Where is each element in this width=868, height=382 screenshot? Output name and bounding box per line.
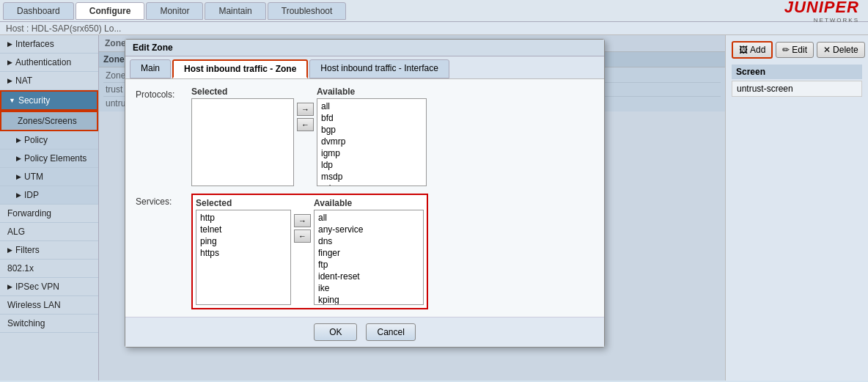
protocols-available-header: Available bbox=[317, 87, 427, 97]
sidebar-item-ipsec-vpn[interactable]: ▶ IPSec VPN bbox=[0, 278, 98, 296]
protocols-arrows: → ← bbox=[297, 87, 314, 131]
edit-icon: ✏ bbox=[782, 45, 790, 55]
sidebar-item-interfaces[interactable]: ▶ Interfaces bbox=[0, 35, 98, 54]
services-arrows: → ← bbox=[294, 198, 311, 243]
sidebar-item-zones-screens[interactable]: Zones/Screens bbox=[0, 111, 98, 131]
protocols-selected-header: Selected bbox=[191, 87, 294, 97]
services-transfer: Selected http telnet ping https bbox=[191, 194, 428, 309]
right-panel-toolbar: 🖼 Add ✏ Edit ✕ Delete bbox=[732, 41, 862, 59]
dialog-backdrop: Edit Zone Main Host inbound traffic - Zo… bbox=[99, 35, 725, 381]
sidebar-item-802-1x[interactable]: 802.1x bbox=[0, 260, 98, 278]
nav-tab-monitor[interactable]: Monitor bbox=[146, 2, 203, 20]
services-selected-container: Selected http telnet ping https bbox=[196, 198, 291, 305]
dialog-tabs: Main Host inbound traffic - Zone Host in… bbox=[125, 56, 604, 79]
edit-button[interactable]: ✏ Edit bbox=[776, 42, 814, 58]
protocols-arrow-left[interactable]: ← bbox=[297, 118, 314, 131]
cancel-button[interactable]: Cancel bbox=[366, 323, 415, 341]
dialog-footer: OK Cancel bbox=[125, 317, 604, 347]
list-item[interactable]: ftp bbox=[316, 259, 422, 271]
list-item[interactable]: all bbox=[319, 100, 424, 112]
protocols-selected-list[interactable] bbox=[191, 98, 294, 186]
protocols-selected-container: Selected bbox=[191, 87, 294, 186]
nav-tab-configure[interactable]: Configure bbox=[76, 2, 145, 20]
services-selected-header: Selected bbox=[196, 198, 291, 208]
protocols-arrow-right[interactable]: → bbox=[297, 103, 314, 116]
nav-tab-maintain[interactable]: Maintain bbox=[205, 2, 265, 20]
protocols-section: Protocols: Selected bbox=[136, 87, 594, 186]
screen-header: Screen bbox=[732, 65, 862, 79]
sidebar-item-idp[interactable]: ▶ IDP bbox=[0, 186, 98, 205]
list-item[interactable]: ndp bbox=[319, 183, 424, 186]
sidebar-item-policy[interactable]: ▶ Policy bbox=[0, 131, 98, 150]
list-item[interactable]: ident-reset bbox=[316, 271, 422, 282]
breadcrumb: Host : HDL-SAP(srx650) Lo... bbox=[0, 22, 868, 35]
list-item[interactable]: any-service bbox=[316, 224, 422, 235]
list-item[interactable]: msdp bbox=[319, 171, 424, 183]
services-label: Services: bbox=[136, 194, 187, 207]
ok-button[interactable]: OK bbox=[314, 323, 357, 341]
services-selected-list[interactable]: http telnet ping https bbox=[196, 210, 291, 305]
list-item[interactable]: bfd bbox=[319, 112, 424, 124]
list-item[interactable]: all bbox=[316, 212, 422, 224]
sidebar-item-utm[interactable]: ▶ UTM bbox=[0, 168, 98, 186]
delete-button[interactable]: ✕ Delete bbox=[817, 42, 865, 58]
nav-tab-dashboard[interactable]: Dashboard bbox=[3, 2, 74, 20]
dialog-tab-main[interactable]: Main bbox=[130, 59, 171, 78]
screen-value: untrust-screen bbox=[732, 81, 862, 97]
sidebar-item-security[interactable]: ▼ Security bbox=[0, 90, 98, 111]
screen-section: Screen untrust-screen bbox=[732, 65, 862, 97]
sidebar-item-filters[interactable]: ▶ Filters bbox=[0, 241, 98, 260]
services-available-list[interactable]: all any-service dns finger ftp ident-res… bbox=[314, 210, 424, 305]
list-item[interactable]: bgp bbox=[319, 124, 424, 136]
list-item[interactable]: kping bbox=[316, 294, 422, 305]
services-section: Services: Selected http te bbox=[136, 194, 594, 309]
juniper-logo: JUNIPER NETWORKS bbox=[784, 0, 859, 23]
protocols-transfer: Selected → ← bbox=[191, 87, 427, 186]
nav-tab-troubleshoot[interactable]: Troubleshoot bbox=[268, 2, 347, 20]
sidebar-item-alg[interactable]: ALG bbox=[0, 223, 98, 241]
protocols-label: Protocols: bbox=[136, 87, 187, 100]
list-item[interactable]: ping bbox=[198, 235, 289, 247]
content-area: Zones Zones & Screens Zone trust untru..… bbox=[99, 35, 725, 381]
sidebar: ▶ Interfaces ▶ Authentication ▶ NAT ▼ Se… bbox=[0, 35, 99, 381]
services-available-container: Available all any-service dns finger ftp… bbox=[314, 198, 424, 305]
sidebar-item-wireless-lan[interactable]: Wireless LAN bbox=[0, 296, 98, 315]
services-arrow-right[interactable]: → bbox=[294, 214, 311, 227]
dialog-tab-host-inbound-zone[interactable]: Host inbound traffic - Zone bbox=[172, 59, 308, 78]
list-item[interactable]: igmp bbox=[319, 147, 424, 159]
edit-zone-dialog: Edit Zone Main Host inbound traffic - Zo… bbox=[125, 39, 605, 348]
list-item[interactable]: finger bbox=[316, 247, 422, 259]
sidebar-item-nat[interactable]: ▶ NAT bbox=[0, 72, 98, 90]
list-item[interactable]: https bbox=[198, 247, 289, 259]
list-item[interactable]: dvmrp bbox=[319, 136, 424, 147]
sidebar-item-authentication[interactable]: ▶ Authentication bbox=[0, 54, 98, 72]
add-button[interactable]: 🖼 Add bbox=[732, 41, 773, 59]
protocols-available-list[interactable]: all bfd bgp dvmrp igmp ldp msdp ndp bbox=[317, 98, 427, 186]
add-icon: 🖼 bbox=[739, 45, 748, 55]
list-item[interactable]: ldp bbox=[319, 159, 424, 171]
services-available-header: Available bbox=[314, 198, 424, 208]
services-arrow-left[interactable]: ← bbox=[294, 229, 311, 243]
list-item[interactable]: telnet bbox=[198, 224, 289, 235]
dialog-tab-host-inbound-interface[interactable]: Host inbound traffic - Interface bbox=[309, 59, 449, 78]
sidebar-item-forwarding[interactable]: Forwarding bbox=[0, 205, 98, 223]
right-panel: 🖼 Add ✏ Edit ✕ Delete Screen untrust-scr… bbox=[725, 35, 868, 381]
sidebar-item-switching[interactable]: Switching bbox=[0, 315, 98, 333]
list-item[interactable]: ike bbox=[316, 282, 422, 294]
sidebar-item-policy-elements[interactable]: ▶ Policy Elements bbox=[0, 150, 98, 168]
list-item[interactable]: http bbox=[198, 212, 289, 224]
list-item[interactable]: dns bbox=[316, 235, 422, 247]
delete-icon: ✕ bbox=[823, 45, 831, 55]
protocols-available-container: Available all bfd bgp dvmrp igmp ldp msd bbox=[317, 87, 427, 186]
dialog-body: Protocols: Selected bbox=[125, 79, 604, 317]
dialog-title: Edit Zone bbox=[125, 40, 604, 56]
